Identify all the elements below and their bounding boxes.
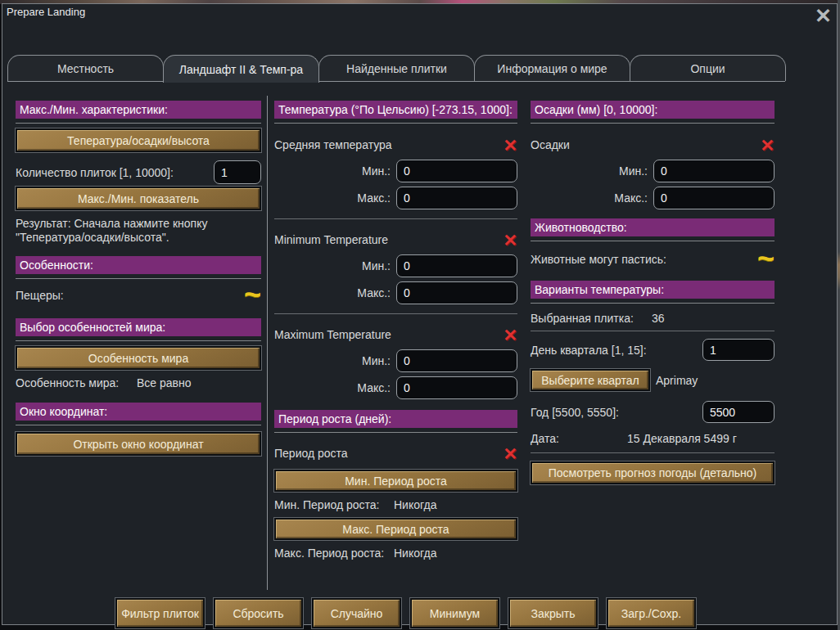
group-divider — [531, 331, 775, 331]
section-divider — [531, 123, 775, 124]
rainfall-min-input[interactable] — [653, 160, 775, 182]
rainfall-max-input[interactable] — [653, 187, 775, 209]
reset-button[interactable]: Сбросить — [214, 598, 303, 628]
animals-graze-label: Животные могут пастись: — [531, 253, 666, 266]
min-temperature-min-input[interactable] — [396, 254, 517, 277]
result-text: Результат: Сначала нажмите кнопку "Тепер… — [16, 217, 261, 245]
max-temperature-min-input[interactable] — [396, 349, 517, 372]
quadrum-day-label: День квартала [1, 15]: — [531, 344, 647, 357]
close-button[interactable]: Закрыть — [508, 598, 598, 628]
section-header-coordinates: Окно координат: — [16, 403, 261, 421]
section-header-minmax: Макс./Мин. характеристики: — [16, 101, 261, 119]
minmax-value-button[interactable]: Макс./Мин. показатель — [16, 187, 261, 210]
section-divider — [274, 123, 517, 124]
section-divider — [531, 241, 775, 241]
min-label: Мин.: — [362, 164, 391, 178]
caves-label: Пещеры: — [16, 289, 64, 302]
section-divider — [16, 278, 261, 279]
growing-period-label: Период роста — [274, 447, 348, 460]
date-value: 15 Декавраля 5499 г — [627, 432, 737, 445]
min-temperature-label: Minimum Temperature — [274, 233, 388, 246]
group-divider — [274, 218, 517, 219]
group-divider — [531, 452, 775, 453]
section-header-animals: Животноводство: — [531, 218, 775, 236]
quadrum-value: Aprimay — [656, 374, 698, 387]
close-icon[interactable]: ✕ — [815, 2, 832, 29]
section-divider — [274, 432, 517, 433]
minimize-button[interactable]: Минимум — [410, 598, 499, 628]
rainfall-label: Осадки — [531, 138, 570, 151]
max-label: Макс.: — [357, 381, 391, 394]
max-growing-period-label: Макс. Период роста: — [274, 547, 394, 560]
section-divider — [16, 123, 261, 124]
min-label: Мин.: — [619, 164, 648, 178]
tab-world-info[interactable]: Информация о мире — [474, 55, 630, 81]
section-divider — [16, 340, 261, 341]
weather-forecast-button[interactable]: Посмотреть прогноз погоды (детально) — [531, 461, 775, 484]
load-save-button[interactable]: Загр./Сохр. — [607, 598, 696, 628]
clear-filter-icon[interactable]: ✕ — [760, 137, 775, 154]
avg-temperature-max-input[interactable] — [396, 187, 517, 209]
min-growing-period-value: Никогда — [394, 498, 436, 511]
partial-state-icon[interactable]: ~ — [757, 253, 775, 266]
tab-filtered-tiles[interactable]: Найденные плитки — [318, 55, 475, 81]
clear-filter-icon[interactable]: ✕ — [503, 326, 517, 344]
tile-count-input[interactable] — [214, 160, 261, 184]
window-title: Prepare Landing — [7, 6, 85, 18]
max-growing-period-value: Никогда — [394, 547, 436, 560]
world-feature-value: Все равно — [137, 376, 192, 389]
selected-tile-value: 36 — [652, 312, 665, 325]
quadrum-day-input[interactable] — [702, 339, 775, 361]
min-label: Мин.: — [362, 259, 391, 272]
clear-filter-icon[interactable]: ✕ — [503, 232, 517, 249]
tab-terrain[interactable]: Местность — [7, 55, 164, 81]
column-left: Макс./Мин. характеристики: Тепература/ос… — [16, 101, 261, 456]
tab-strip: Местность Ландшафт II & Темп-ра Найденны… — [7, 55, 785, 82]
year-input[interactable] — [702, 401, 775, 423]
avg-temperature-label: Средняя температура — [274, 138, 392, 151]
tab-terrain2-temperature[interactable]: Ландшафт II & Темп-ра — [163, 55, 319, 83]
section-header-world-features: Выбор особенностей мира: — [16, 318, 261, 336]
max-temperature-max-input[interactable] — [396, 376, 517, 399]
clear-filter-icon[interactable]: ✕ — [503, 137, 517, 154]
section-header-growing-period: Период роста (дней): — [274, 410, 517, 428]
max-growing-period-button[interactable]: Макс. Период роста — [274, 518, 517, 540]
section-header-rainfall: Осадки (мм) [0, 10000]: — [531, 101, 775, 119]
column-divider — [267, 96, 268, 590]
min-growing-period-button[interactable]: Мин. Период роста — [274, 470, 517, 492]
partial-state-icon[interactable]: ~ — [244, 289, 261, 302]
max-label: Макс.: — [614, 191, 648, 205]
section-header-temperature: Температура (°По Цельсию) [-273.15, 1000… — [274, 101, 517, 119]
temperature-rain-height-button[interactable]: Тепература/осадки/высота — [16, 128, 261, 152]
section-divider — [531, 303, 775, 304]
column-right: Осадки (мм) [0, 10000]: Осадки ✕ Мин.: М… — [531, 101, 775, 484]
column-middle: Температура (°По Цельсию) [-273.15, 1000… — [274, 101, 517, 566]
section-header-temp-variants: Варианты температуры: — [531, 281, 775, 299]
world-feature-label: Особенность мира: — [16, 376, 137, 389]
section-header-features: Особенности: — [16, 256, 261, 274]
tab-options[interactable]: Опции — [630, 55, 786, 81]
select-quadrum-button[interactable]: Выберите квартал — [531, 369, 650, 391]
clear-filter-icon[interactable]: ✕ — [503, 445, 517, 462]
max-temperature-label: Maximum Temperature — [274, 328, 391, 341]
open-coordinates-button[interactable]: Открыть окно координат — [16, 432, 261, 456]
date-label: Дата: — [531, 432, 627, 445]
selected-tile-label: Выбранная плитка: — [531, 312, 652, 325]
world-feature-button[interactable]: Особенность мира — [16, 346, 261, 370]
year-label: Год [5500, 5550]: — [531, 406, 619, 419]
max-label: Макс.: — [357, 191, 391, 205]
avg-temperature-min-input[interactable] — [396, 160, 517, 182]
tile-count-label: Количество плиток [1, 10000]: — [16, 166, 174, 179]
prepare-landing-window: Prepare Landing ✕ Местность Ландшафт II … — [2, 3, 838, 625]
random-button[interactable]: Случайно — [312, 598, 401, 628]
min-temperature-max-input[interactable] — [396, 281, 517, 304]
filter-tiles-button[interactable]: Фильтр плиток — [115, 598, 205, 628]
group-divider — [274, 313, 517, 314]
section-divider — [16, 425, 261, 425]
max-label: Макс.: — [357, 286, 391, 299]
min-growing-period-label: Мин. Период роста: — [274, 498, 394, 511]
min-label: Мин.: — [362, 354, 391, 367]
